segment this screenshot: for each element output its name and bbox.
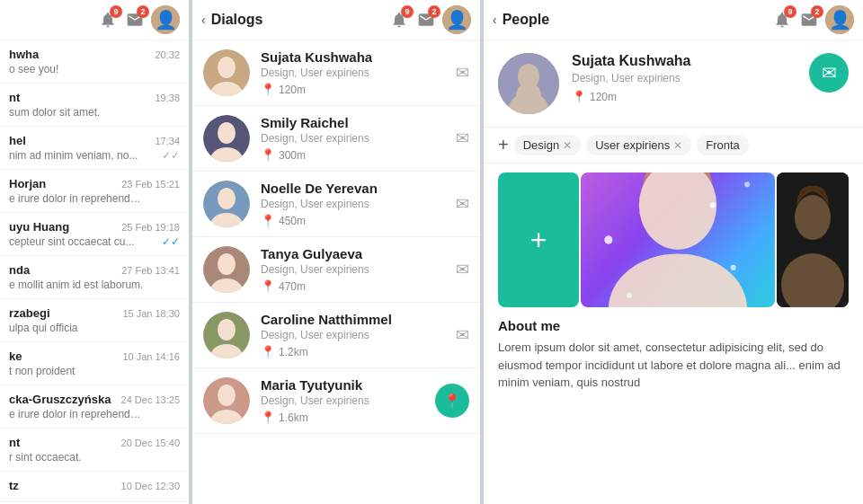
- dialogs-back-button[interactable]: ‹: [201, 13, 206, 27]
- dialog-sub: Design, User expiriens: [261, 132, 445, 145]
- chat-item[interactable]: nda 27 Feb 13:41 e mollit anim id est la…: [0, 256, 189, 299]
- chat-item[interactable]: ke 10 Jan 14:16 t non proident: [0, 342, 189, 385]
- profile-message-button[interactable]: ✉: [809, 53, 849, 93]
- chat-item[interactable]: nt 19:38 sum dolor sit amet.: [0, 84, 189, 127]
- photo-1[interactable]: [581, 172, 775, 307]
- dialogs-mail-badge: 2: [428, 5, 440, 18]
- chat-message-row: e irure dolor in reprehenderit...: [9, 408, 180, 420]
- bell-notification-icon[interactable]: 9: [97, 9, 119, 31]
- chat-time: 17:34: [155, 136, 180, 146]
- dialog-item[interactable]: Smily Raichel Design, User expiriens 📍 3…: [192, 106, 480, 172]
- chat-time: 10 Dec 12:30: [121, 481, 180, 491]
- chat-message-text: sum dolor sit amet.: [9, 106, 144, 119]
- dialog-avatar: [203, 115, 250, 162]
- add-photo-button[interactable]: +: [498, 172, 579, 307]
- people-title: People: [503, 12, 766, 28]
- message-button[interactable]: 📍: [435, 384, 469, 418]
- photo-2[interactable]: [777, 172, 849, 307]
- dialog-distance: 📍 450m: [261, 214, 445, 227]
- message-envelope-icon[interactable]: [456, 128, 469, 148]
- tags-row: + Design ✕ User expiriens ✕ Fronta: [484, 128, 863, 164]
- chat-time: 23 Feb 15:21: [121, 179, 180, 190]
- mail-badge: 2: [137, 5, 149, 18]
- dialog-info: Tanya Gulyaeva Design, User expiriens 📍 …: [261, 246, 445, 293]
- tag-design[interactable]: Design ✕: [514, 135, 581, 155]
- dialog-item[interactable]: Tanya Gulyaeva Design, User expiriens 📍 …: [192, 237, 480, 303]
- chat-panel-header: 9 2 👤: [0, 0, 189, 40]
- user-avatar[interactable]: 👤: [151, 5, 180, 34]
- dialog-distance: 📍 1.6km: [261, 411, 424, 424]
- dialogs-title: Dialogs: [211, 12, 383, 28]
- dialog-info: Maria Tyutyunik Design, User expiriens 📍…: [261, 377, 424, 424]
- remove-tag-user-expiriens[interactable]: ✕: [673, 139, 682, 152]
- svg-point-31: [795, 195, 831, 240]
- chat-item[interactable]: cka-Gruszczyńska 24 Dec 13:25 e irure do…: [0, 385, 189, 429]
- dialog-name: Caroline Natthimmel: [261, 312, 445, 327]
- chat-item[interactable]: tz 10 Dec 12:30: [0, 472, 189, 502]
- dialog-sub: Design, User expiriens: [261, 198, 445, 210]
- people-mail-icon[interactable]: 2: [798, 9, 820, 31]
- message-envelope-icon[interactable]: [456, 260, 469, 279]
- chat-item-header: Horjan 23 Feb 15:21: [9, 177, 180, 190]
- remove-tag-design[interactable]: ✕: [563, 139, 572, 152]
- chat-message-text: t non proident: [9, 365, 144, 377]
- tag-fronta[interactable]: Fronta: [697, 135, 749, 155]
- dialog-info: Noelle De Yerevan Design, User expiriens…: [261, 181, 445, 227]
- message-envelope-icon[interactable]: [456, 194, 469, 214]
- chat-message-text: cepteur sint occaecat cu...: [9, 235, 144, 248]
- dialog-item[interactable]: Caroline Natthimmel Design, User expirie…: [192, 303, 480, 368]
- dialog-sub: Design, User expiriens: [261, 263, 445, 276]
- dialog-name: Maria Tyutyunik: [261, 377, 424, 393]
- dialog-item[interactable]: Noelle De Yerevan Design, User expiriens…: [192, 172, 480, 237]
- dialogs-bell-badge: 9: [401, 5, 414, 18]
- chat-item[interactable]: hwha 20:32 o see you!: [0, 40, 189, 84]
- dialogs-bell-icon[interactable]: 9: [388, 9, 410, 31]
- chat-item[interactable]: Horjan 23 Feb 15:21 e irure dolor in rep…: [0, 170, 189, 213]
- dialog-item[interactable]: Sujata Kushwaha Design, User expiriens 📍…: [192, 40, 480, 106]
- chat-message-row: o see you!: [9, 63, 180, 75]
- chat-item[interactable]: nt 20 Dec 15:40 r sint occaecat.: [0, 429, 189, 472]
- location-pin-icon: 📍: [261, 411, 275, 424]
- svg-point-24: [604, 235, 612, 243]
- chat-time: 20:32: [155, 49, 180, 60]
- check-icon: ✓✓: [162, 235, 180, 248]
- chat-item-header: rzabegi 15 Jan 18:30: [9, 306, 180, 320]
- dialog-info: Caroline Natthimmel Design, User expirie…: [261, 312, 445, 358]
- tag-user-expiriens[interactable]: User expiriens ✕: [586, 135, 691, 155]
- people-panel: ‹ People 9 2 👤 Sujat: [484, 0, 863, 504]
- message-envelope-icon[interactable]: [456, 325, 469, 345]
- dialog-item[interactable]: Maria Tyutyunik Design, User expiriens 📍…: [192, 368, 480, 434]
- svg-point-25: [731, 265, 736, 270]
- chat-message-row: t non proident: [9, 365, 180, 377]
- dialog-avatar: [203, 49, 250, 96]
- svg-point-26: [627, 293, 632, 298]
- svg-point-29: [744, 181, 750, 187]
- dialog-name: Tanya Gulyaeva: [261, 246, 445, 261]
- chat-message-row: r sint occaecat.: [9, 451, 180, 464]
- add-tag-button[interactable]: +: [498, 135, 509, 155]
- people-bell-icon[interactable]: 9: [771, 9, 793, 31]
- chat-name: hel: [9, 134, 26, 147]
- chat-name: nt: [9, 436, 20, 449]
- chat-item[interactable]: hel 17:34 nim ad minim veniam, no... ✓✓: [0, 127, 189, 170]
- dialog-sub: Design, User expiriens: [261, 329, 445, 341]
- chat-message-text: e irure dolor in reprehenderit...: [9, 192, 144, 205]
- location-pin-icon: 📍: [261, 83, 275, 96]
- dialogs-header: ‹ Dialogs 9 2 👤: [192, 0, 480, 40]
- people-user-avatar[interactable]: 👤: [825, 5, 854, 34]
- people-header-icons: 9 2 👤: [771, 5, 854, 34]
- svg-point-1: [218, 57, 236, 78]
- people-back-button[interactable]: ‹: [493, 13, 497, 27]
- dialog-distance: 📍 300m: [261, 148, 445, 162]
- chat-name: rzabegi: [9, 306, 50, 320]
- chat-item[interactable]: rzabegi 15 Jan 18:30 ulpa qui officia: [0, 299, 189, 342]
- dialogs-mail-icon[interactable]: 2: [415, 9, 437, 31]
- message-envelope-icon[interactable]: [456, 63, 469, 83]
- chat-item[interactable]: uyu Huang 25 Feb 19:18 cepteur sint occa…: [0, 213, 189, 256]
- dialogs-user-avatar[interactable]: 👤: [442, 5, 471, 34]
- chat-message-row: nim ad minim veniam, no... ✓✓: [9, 149, 180, 162]
- location-pin-icon: 📍: [261, 345, 275, 358]
- dialogs-panel: ‹ Dialogs 9 2 👤: [192, 0, 480, 504]
- chat-message-row: sum dolor sit amet.: [9, 106, 180, 119]
- mail-notification-icon[interactable]: 2: [124, 9, 146, 31]
